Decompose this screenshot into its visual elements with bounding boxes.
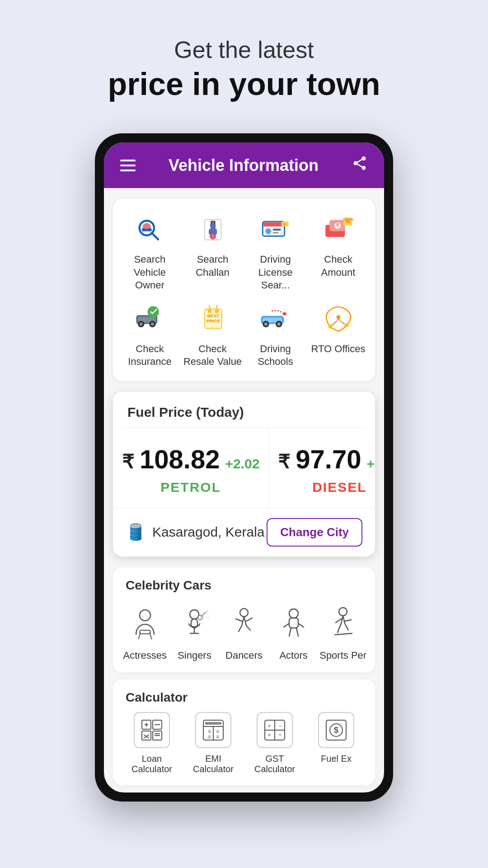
celebrity-item-singers[interactable]: ♪ ♫ ♪ Singers xyxy=(170,604,220,661)
search-vehicle-icon xyxy=(132,212,168,248)
fuel-prices: ₹ 108.82 +2.02 PETROL ₹ 97.70 +2.01 DIES… xyxy=(113,428,375,508)
grid-item-label: Check Resale Value xyxy=(183,343,242,368)
celebrity-section: Celebrity Cars Actresses xyxy=(113,567,375,672)
petrol-col: ₹ 108.82 +2.02 PETROL xyxy=(113,428,269,508)
celebrity-item-sports-per[interactable]: Sports Per xyxy=(318,604,368,661)
svg-text:PRICE: PRICE xyxy=(206,318,220,323)
calculator-grid: Loan Calculator ≡ ≡ ≡ xyxy=(120,712,368,774)
rto-offices-icon xyxy=(320,301,357,337)
emi-calc-icon: ≡ ≡ ≡ ≡ xyxy=(195,712,231,748)
calculator-section: Calculator xyxy=(113,679,375,785)
svg-point-48 xyxy=(140,610,150,621)
grid-item-check-insurance[interactable]: Check Insurance xyxy=(120,301,179,368)
grid-item-search-vehicle-owner[interactable]: Search Vehicle Owner xyxy=(120,212,179,292)
svg-text:≡: ≡ xyxy=(216,734,219,740)
celebrity-item-actresses[interactable]: Actresses xyxy=(120,604,170,661)
svg-text:×: × xyxy=(267,732,271,738)
svg-text:♪: ♪ xyxy=(208,616,210,620)
celebrity-item-label: Sports Per xyxy=(319,650,366,661)
svg-text:♫: ♫ xyxy=(206,609,209,613)
svg-text:₹: ₹ xyxy=(336,222,339,229)
svg-text:−: − xyxy=(278,723,282,729)
celebrity-item-label: Dancers xyxy=(225,650,263,661)
diesel-label: DIESEL xyxy=(312,480,366,495)
grid-item-driving-schools[interactable]: Driving Schools xyxy=(246,301,305,368)
calc-item-fuel-ex[interactable]: $ Fuel Ex xyxy=(308,712,364,774)
calc-item-label: Fuel Ex xyxy=(321,754,352,764)
svg-text:÷: ÷ xyxy=(279,732,282,738)
fuel-city-left: 🛢️ Kasaragod, Kerala xyxy=(126,523,265,542)
svg-point-41 xyxy=(264,322,267,326)
check-resale-value-icon: BEST PRICE xyxy=(195,301,231,337)
diesel-rupee: ₹ xyxy=(278,451,290,473)
share-icon[interactable] xyxy=(352,155,368,175)
svg-line-60 xyxy=(335,633,352,635)
phone-mockup: Vehicle Information xyxy=(95,133,393,802)
svg-point-43 xyxy=(277,322,280,326)
svg-point-57 xyxy=(289,609,298,618)
vehicle-grid: Search Vehicle Owner 🚦 ! xyxy=(120,212,368,368)
celebrity-title: Celebrity Cars xyxy=(113,567,375,600)
check-amount-icon: ₹ % LOAN xyxy=(320,212,357,248)
svg-point-37 xyxy=(215,309,219,313)
driving-license-icon: % xyxy=(258,212,294,248)
petrol-rupee: ₹ xyxy=(122,451,134,473)
actresses-icon xyxy=(125,604,165,643)
search-challan-icon: 🚦 ! xyxy=(195,212,231,248)
grid-item-rto-offices[interactable]: RTO Offices xyxy=(309,301,368,368)
svg-point-10 xyxy=(210,223,216,229)
diesel-change: +2.01 xyxy=(366,456,375,472)
diesel-amount: ₹ 97.70 +2.01 xyxy=(278,444,375,474)
fuel-city-row: 🛢️ Kasaragod, Kerala Change City xyxy=(113,508,375,557)
diesel-col: ₹ 97.70 +2.01 DIESEL xyxy=(269,428,375,508)
grid-item-search-challan[interactable]: 🚦 ! Search Challan xyxy=(183,212,242,292)
hamburger-menu[interactable] xyxy=(120,160,136,171)
calc-item-label: Loan Calculator xyxy=(124,754,180,774)
svg-text:BEST: BEST xyxy=(207,313,219,318)
driving-schools-icon xyxy=(258,301,294,337)
fuel-drop-icon: 🛢️ xyxy=(126,523,146,542)
grid-item-label: Driving License Sear... xyxy=(246,253,305,292)
svg-point-59 xyxy=(339,608,347,616)
grid-item-label: Check Amount xyxy=(309,253,368,279)
petrol-amount: ₹ 108.82 +2.02 xyxy=(122,444,259,474)
svg-rect-15 xyxy=(272,229,281,231)
calc-item-label: GST Calculator xyxy=(247,754,303,774)
grid-item-check-amount[interactable]: ₹ % LOAN Check Amount xyxy=(309,212,368,292)
svg-text:♪: ♪ xyxy=(199,616,201,620)
celebrity-item-label: Actresses xyxy=(123,650,167,661)
svg-text:≡: ≡ xyxy=(208,734,211,740)
svg-point-45 xyxy=(336,315,340,319)
celebrity-item-label: Actors xyxy=(279,650,307,661)
actors-icon xyxy=(274,604,314,643)
petrol-value: 108.82 xyxy=(140,444,220,474)
svg-text:%: % xyxy=(283,222,286,226)
change-city-button[interactable]: Change City xyxy=(267,518,362,547)
grid-item-check-resale-value[interactable]: BEST PRICE Check Resale Value xyxy=(183,301,242,368)
singers-icon: ♪ ♫ ♪ xyxy=(174,604,214,643)
app-bar: Vehicle Information xyxy=(104,142,384,188)
grid-item-label: Driving Schools xyxy=(246,343,305,368)
hero-title: price in your town xyxy=(18,67,470,102)
gst-calc-icon: + − × ÷ xyxy=(257,712,293,748)
grid-item-label: Check Insurance xyxy=(120,343,179,368)
calc-item-emi[interactable]: ≡ ≡ ≡ ≡ EMI Calculator xyxy=(185,712,241,774)
svg-rect-16 xyxy=(272,232,278,233)
svg-point-47 xyxy=(344,323,348,327)
celebrity-item-actors[interactable]: Actors xyxy=(269,604,319,661)
loan-calc-icon xyxy=(134,712,170,748)
svg-rect-75 xyxy=(205,722,221,725)
calc-item-loan[interactable]: Loan Calculator xyxy=(124,712,180,774)
hero-subtitle: Get the latest xyxy=(18,36,470,63)
calc-item-gst[interactable]: + − × ÷ GST Calculator xyxy=(247,712,303,774)
svg-text:$: $ xyxy=(334,726,338,735)
svg-text:LOAN: LOAN xyxy=(343,217,353,222)
svg-point-29 xyxy=(139,322,142,326)
diesel-value: 97.70 xyxy=(296,444,361,474)
grid-item-driving-license[interactable]: % Driving License Sear... xyxy=(246,212,305,292)
fuel-card-header: Fuel Price (Today) xyxy=(113,392,375,427)
celebrity-item-dancers[interactable]: Dancers xyxy=(219,604,269,661)
svg-rect-11 xyxy=(209,229,217,235)
svg-point-46 xyxy=(328,324,332,328)
app-bar-title: Vehicle Information xyxy=(169,156,319,175)
